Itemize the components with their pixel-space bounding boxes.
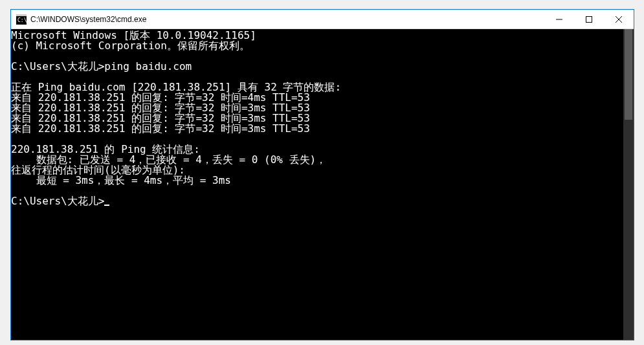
output-line: 最短 = 3ms，最长 = 4ms，平均 = 3ms (11, 175, 623, 186)
terminal-wrap: Microsoft Windows [版本 10.0.19042.1165](c… (11, 29, 634, 340)
cmd-window: C:\ C:\WINDOWS\system32\cmd.exe Microsof… (10, 9, 634, 340)
cursor (104, 205, 109, 206)
scrollbar[interactable] (623, 29, 634, 340)
cmd-icon: C:\ (16, 14, 27, 25)
scrollbar-thumb[interactable] (625, 29, 632, 120)
titlebar[interactable]: C:\ C:\WINDOWS\system32\cmd.exe (11, 10, 634, 29)
svg-rect-4 (586, 16, 592, 22)
output-line: (c) Microsoft Corporation。保留所有权利。 (11, 41, 623, 51)
terminal-output[interactable]: Microsoft Windows [版本 10.0.19042.1165](c… (11, 29, 623, 340)
prompt-line: C:\Users\大花儿>ping baidu.com (11, 61, 623, 72)
output-line: 来自 220.181.38.251 的回复: 字节=32 时间=3ms TTL=… (11, 124, 623, 134)
close-button[interactable] (604, 10, 634, 28)
svg-rect-1 (16, 14, 27, 16)
prompt-text: C:\Users\大花儿> (11, 195, 104, 207)
window-title: C:\WINDOWS\system32\cmd.exe (30, 15, 544, 24)
prompt-line: C:\Users\大花儿> (11, 196, 623, 206)
window-controls (544, 10, 634, 28)
maximize-button[interactable] (574, 10, 604, 28)
minimize-button[interactable] (544, 10, 574, 28)
svg-text:C:\: C:\ (17, 17, 27, 23)
